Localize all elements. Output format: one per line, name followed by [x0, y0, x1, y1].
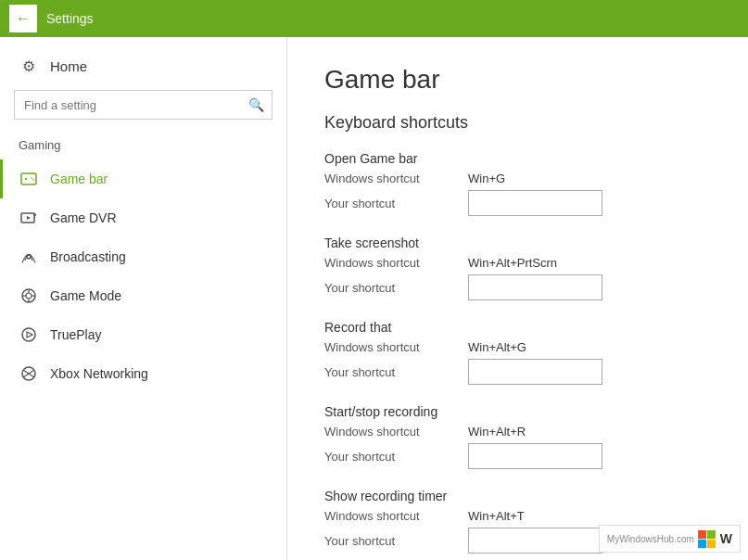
watermark-letter: W	[720, 531, 732, 546]
sidebar-item-broadcasting-label: Broadcasting	[50, 249, 126, 264]
home-label: Home	[50, 58, 87, 74]
svg-point-4	[32, 179, 34, 181]
home-icon: ⚙	[19, 56, 39, 76]
watermark-text: MyWindowsHub.com	[607, 534, 694, 544]
windows-shortcut-value-3: Win+Alt+R	[468, 425, 526, 439]
sidebar-item-game-mode[interactable]: Game Mode	[0, 276, 286, 315]
shortcuts-list: Open Game bar Windows shortcut Win+G You…	[324, 151, 711, 560]
your-shortcut-input-1[interactable]	[468, 274, 602, 300]
windows-shortcut-label-4: Windows shortcut	[324, 509, 468, 523]
shortcut-name-2: Record that	[324, 320, 711, 335]
search-input[interactable]	[15, 92, 241, 119]
shortcut-group-take-screenshot: Take screenshot Windows shortcut Win+Alt…	[324, 235, 711, 305]
shortcut-name-0: Open Game bar	[324, 151, 711, 166]
windows-shortcut-label-1: Windows shortcut	[324, 256, 468, 270]
shortcut-your-row-2: Your shortcut	[324, 359, 711, 385]
svg-rect-0	[21, 173, 36, 185]
sidebar-item-game-mode-label: Game Mode	[50, 288, 121, 303]
game-dvr-icon	[19, 208, 39, 228]
logo-blue	[698, 540, 706, 548]
search-button[interactable]: 🔍	[241, 91, 272, 119]
sidebar-item-game-bar[interactable]: Game bar	[0, 159, 286, 198]
main-layout: ⚙ Home 🔍 Gaming Game bar	[0, 37, 748, 560]
sidebar-item-home[interactable]: ⚙ Home	[0, 46, 286, 85]
shortcut-windows-row-4: Windows shortcut Win+Alt+T	[324, 509, 711, 523]
sidebar-item-broadcasting[interactable]: Broadcasting	[0, 237, 286, 276]
page-title: Game bar	[324, 65, 711, 95]
your-shortcut-input-4[interactable]	[468, 528, 602, 554]
trueplay-icon	[19, 325, 39, 345]
sidebar-item-game-dvr[interactable]: Game DVR	[0, 198, 286, 237]
game-bar-icon	[19, 169, 39, 189]
shortcut-name-1: Take screenshot	[324, 235, 711, 250]
shortcut-your-row-0: Your shortcut	[324, 190, 711, 216]
shortcut-windows-row-1: Windows shortcut Win+Alt+PrtScrn	[324, 256, 711, 270]
logo-yellow	[707, 540, 716, 548]
sidebar: ⚙ Home 🔍 Gaming Game bar	[0, 37, 287, 560]
windows-shortcut-label-3: Windows shortcut	[324, 425, 468, 439]
shortcut-windows-row-0: Windows shortcut Win+G	[324, 172, 711, 185]
search-icon: 🔍	[248, 97, 264, 112]
watermark: MyWindowsHub.com W	[599, 525, 741, 553]
shortcut-group-start-stop-recording: Start/stop recording Windows shortcut Wi…	[324, 404, 711, 474]
your-shortcut-label-2: Your shortcut	[324, 365, 468, 379]
section-title: Keyboard shortcuts	[324, 113, 711, 133]
top-bar-title: Settings	[46, 11, 94, 26]
sidebar-item-trueplay[interactable]: TruePlay	[0, 315, 286, 354]
xbox-networking-icon	[19, 363, 39, 384]
windows-shortcut-value-4: Win+Alt+T	[468, 509, 525, 523]
svg-point-7	[33, 213, 36, 216]
windows-shortcut-value-0: Win+G	[468, 172, 505, 185]
svg-point-10	[26, 293, 32, 299]
svg-marker-6	[27, 216, 31, 220]
your-shortcut-input-2[interactable]	[468, 359, 602, 385]
windows-shortcut-label-0: Windows shortcut	[324, 172, 468, 185]
back-icon: ←	[16, 10, 31, 27]
sidebar-item-xbox-networking-label: Xbox Networking	[50, 366, 148, 381]
logo-red	[698, 530, 706, 539]
your-shortcut-label-4: Your shortcut	[324, 534, 468, 548]
svg-point-3	[31, 177, 32, 179]
sidebar-item-game-bar-label: Game bar	[50, 172, 108, 186]
shortcut-your-row-1: Your shortcut	[324, 274, 711, 300]
gaming-section-label: Gaming	[0, 134, 286, 159]
shortcut-windows-row-2: Windows shortcut Win+Alt+G	[324, 340, 711, 354]
sidebar-item-trueplay-label: TruePlay	[50, 327, 102, 342]
shortcut-name-3: Start/stop recording	[324, 404, 711, 419]
your-shortcut-label-1: Your shortcut	[324, 281, 468, 295]
shortcut-windows-row-3: Windows shortcut Win+Alt+R	[324, 425, 711, 439]
your-shortcut-input-0[interactable]	[468, 190, 602, 216]
windows-shortcut-value-2: Win+Alt+G	[468, 340, 526, 354]
shortcut-group-open-game-bar: Open Game bar Windows shortcut Win+G You…	[324, 151, 711, 221]
search-box: 🔍	[14, 90, 273, 120]
top-bar: ← Settings	[0, 0, 748, 37]
your-shortcut-input-3[interactable]	[468, 443, 602, 469]
watermark-logo	[698, 529, 716, 548]
sidebar-item-xbox-networking[interactable]: Xbox Networking	[0, 354, 286, 393]
back-button[interactable]: ←	[9, 5, 37, 32]
sidebar-item-game-dvr-label: Game DVR	[50, 210, 117, 225]
shortcut-group-record-that: Record that Windows shortcut Win+Alt+G Y…	[324, 320, 711, 389]
your-shortcut-label-0: Your shortcut	[324, 197, 468, 210]
content-area: Game bar Keyboard shortcuts Open Game ba…	[287, 37, 748, 560]
game-mode-icon	[19, 286, 39, 306]
logo-green	[707, 530, 716, 539]
broadcasting-icon	[19, 247, 39, 267]
windows-shortcut-label-2: Windows shortcut	[324, 340, 468, 354]
shortcut-your-row-3: Your shortcut	[324, 443, 711, 469]
windows-shortcut-value-1: Win+Alt+PrtScrn	[468, 256, 557, 270]
shortcut-name-4: Show recording timer	[324, 489, 711, 503]
your-shortcut-label-3: Your shortcut	[324, 450, 468, 464]
